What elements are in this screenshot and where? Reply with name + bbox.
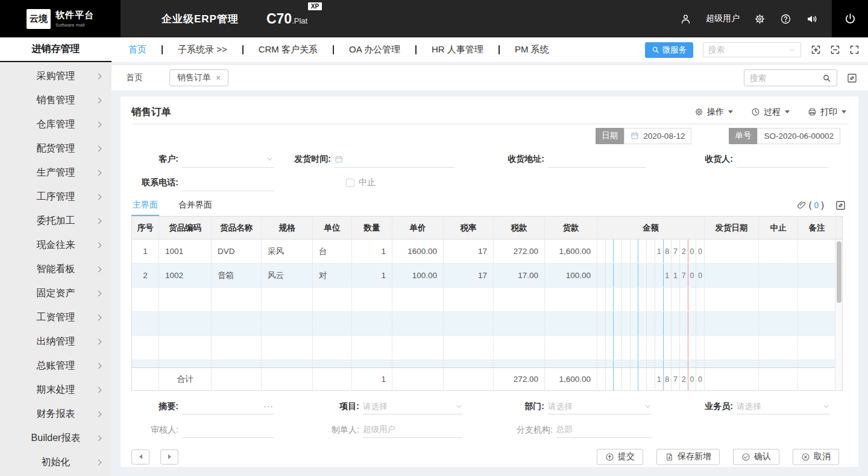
grid-cell[interactable] [705,264,759,287]
grid-cell[interactable] [352,312,392,335]
summary-field[interactable]: ··· [182,398,274,414]
grid-cell[interactable]: 对 [313,264,352,287]
expand-grid-button[interactable] [835,200,846,211]
grid-cell[interactable] [262,336,313,360]
grid-cell[interactable] [798,312,836,335]
branch-input[interactable] [556,425,652,434]
nav-link-4[interactable]: HR 人事管理 [432,44,483,56]
grid-cell[interactable] [313,312,352,335]
creator-field[interactable] [363,422,463,438]
subtab-merge[interactable]: 合并界面 [177,194,213,216]
grid-cell[interactable] [262,368,313,390]
department-input[interactable] [548,402,641,411]
tab-sales-order[interactable]: 销售订单 × [169,69,228,86]
grid-cell[interactable] [159,312,212,335]
sidebar-item-10[interactable]: 工资管理 [0,305,112,329]
grid-cell[interactable] [759,336,798,360]
grid-cell[interactable] [494,312,545,335]
scrollbar-thumb[interactable] [837,241,841,303]
sidebar-item-16[interactable]: 初始化 [0,450,112,474]
grid-cell[interactable]: 1,600.00 [545,368,597,390]
tab-search-box[interactable] [744,69,837,86]
grid-cell[interactable] [597,312,705,335]
sidebar-item-13[interactable]: 期末处理 [0,378,112,402]
grid-cell[interactable]: 187200 [597,368,705,390]
grid-cell[interactable]: 2 [132,264,159,287]
consignee-input[interactable] [737,154,828,163]
ship-time-input[interactable] [346,154,455,163]
next-page-button[interactable] [160,449,178,465]
grid-cell[interactable]: 风云 [262,264,313,287]
grid-cell[interactable] [352,360,392,367]
grid-cell[interactable] [759,264,798,287]
customer-select[interactable] [182,151,274,168]
power-button[interactable] [832,0,868,37]
grid-cell[interactable] [705,336,759,360]
auditor-field[interactable] [182,422,274,438]
grid-cell[interactable] [132,312,159,335]
project-select[interactable] [363,398,463,414]
grid-cell[interactable] [212,360,262,367]
grid-cell[interactable]: 11700 [597,264,705,287]
grid-cell[interactable] [352,288,392,311]
sidebar-item-3[interactable]: 配货管理 [0,136,112,160]
toolbar-operation[interactable]: 操作 [694,107,733,118]
grid-cell[interactable] [262,288,313,311]
grid-scrollbar[interactable] [835,240,842,390]
bracket-fullscreen-icon[interactable] [849,45,860,55]
bracket-minus-icon[interactable] [830,45,840,55]
grid-cell[interactable]: 17 [444,264,494,287]
grid-cell[interactable] [759,288,798,311]
tab-search-input[interactable] [750,74,819,83]
date-value[interactable]: 2020-08-12 [624,128,691,144]
grid-cell[interactable] [597,336,705,360]
customer-input[interactable] [182,154,263,163]
grid-cell[interactable]: 1002 [159,264,212,287]
grid-cell[interactable] [159,360,212,367]
table-row[interactable]: 11001DVD采风台11600.0017272.001,600.0018720… [132,240,842,264]
phone-input[interactable] [182,178,274,187]
nav-search-input[interactable] [708,45,786,54]
sidebar-item-6[interactable]: 委托加工 [0,209,112,233]
cancel-button[interactable]: 取消 [793,449,839,465]
nav-link-5[interactable]: PM 系统 [515,44,549,56]
grid-cell[interactable] [444,288,494,311]
grid-cell[interactable] [494,360,545,367]
grid-cell[interactable] [545,312,597,335]
grid-cell[interactable] [132,360,159,367]
subtab-main[interactable]: 主界面 [131,194,159,216]
grid-cell[interactable]: 100.00 [392,264,444,287]
address-field[interactable] [548,151,646,168]
grid-cell[interactable] [798,288,836,311]
grid-cell[interactable] [352,336,392,360]
grid-cell[interactable] [759,360,798,367]
sidebar-item-5[interactable]: 工序管理 [0,185,112,209]
prev-page-button[interactable] [131,449,149,465]
sidebar-item-9[interactable]: 固定资产 [0,281,112,305]
grid-cell[interactable] [444,336,494,360]
grid-cell[interactable]: 272.00 [494,368,545,390]
grid-cell[interactable] [798,264,836,287]
sidebar-item-0[interactable]: 采购管理 [0,64,112,88]
grid-cell[interactable] [705,368,759,390]
grid-cell[interactable] [545,288,597,311]
sidebar-item-4[interactable]: 生产管理 [0,160,112,185]
grid-cell[interactable]: 采风 [262,240,313,263]
project-input[interactable] [363,402,452,411]
grid-cell[interactable]: 17.00 [494,264,545,287]
grid-cell[interactable]: 音箱 [212,264,262,287]
grid-cell[interactable] [212,312,262,335]
consignee-field[interactable] [737,151,828,168]
grid-cell[interactable] [705,288,759,311]
microservice-button[interactable]: 微服务 [645,42,694,58]
gear-icon[interactable] [754,13,766,25]
grid-cell[interactable]: 1 [352,368,392,390]
sidebar-item-8[interactable]: 智能看板 [0,257,112,281]
sidebar-item-7[interactable]: 现金往来 [0,233,112,257]
grid-cell[interactable] [313,288,352,311]
grid-cell[interactable] [392,360,444,367]
grid-cell[interactable] [545,336,597,360]
creator-input[interactable] [363,425,463,434]
username[interactable]: 超级用户 [706,13,740,24]
grid-cell[interactable]: 1001 [159,240,212,263]
